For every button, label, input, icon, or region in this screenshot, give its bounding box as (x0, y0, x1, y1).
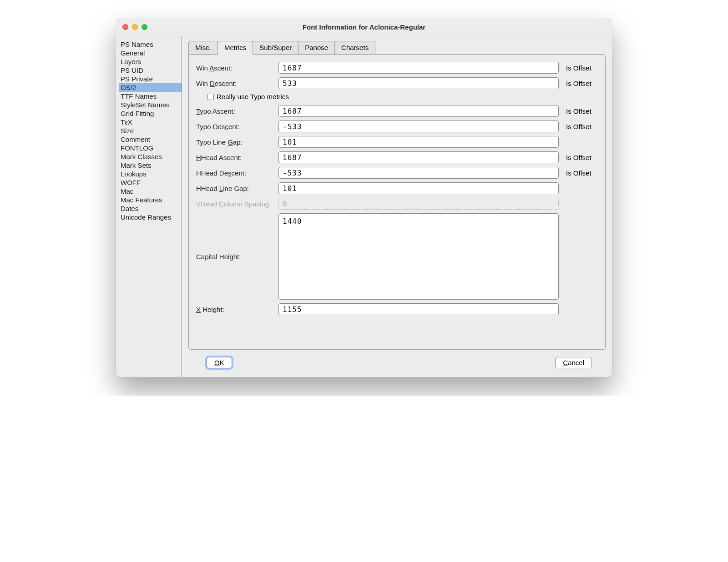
hhead-descent-label: HHead Descent: (196, 169, 276, 177)
x-height-label: X Height: (196, 306, 276, 313)
sidebar-item-general[interactable]: General (119, 49, 182, 57)
sidebar-item-mac-features[interactable]: Mac Features (119, 196, 182, 204)
is-offset-label[interactable]: Is Offset (561, 123, 598, 130)
tab-metrics[interactable]: Metrics (217, 41, 253, 55)
hhead-line-gap-label: HHead Line Gap: (196, 185, 276, 192)
ok-button[interactable]: OK (207, 357, 232, 368)
sidebar-item-ttf-names[interactable]: TTF Names (119, 92, 182, 100)
metrics-panel: Win Ascent: Is Offset Win Descent: Is Of… (188, 54, 606, 350)
sidebar-item-t-x[interactable]: TεX (119, 118, 182, 126)
is-offset-label[interactable]: Is Offset (561, 107, 598, 115)
capital-height-label: Capital Height: (196, 253, 276, 261)
sidebar-item-unicode-ranges[interactable]: Unicode Ranges (119, 213, 182, 221)
typo-descent-label: Typo Descent: (196, 123, 276, 130)
capital-height-input[interactable]: 1440 (278, 213, 559, 300)
win-ascent-label: Win Ascent: (196, 64, 276, 72)
x-height-input[interactable] (278, 303, 559, 315)
sidebar-item-dates[interactable]: Dates (119, 204, 182, 213)
window-body: PS NamesGeneralLayersPS UIDPS PrivateOS/… (116, 36, 612, 377)
sidebar-item-comment[interactable]: Comment (119, 135, 182, 144)
really-use-typo-row[interactable]: Really use Typo metrics (196, 93, 598, 100)
is-offset-label[interactable]: Is Offset (561, 169, 598, 177)
sidebar-item-woff[interactable]: WOFF (119, 178, 182, 187)
tab-misc-[interactable]: Misc. (188, 41, 218, 54)
is-offset-label[interactable]: Is Offset (561, 80, 598, 87)
hhead-ascent-input[interactable] (278, 151, 559, 163)
is-offset-label[interactable]: Is Offset (561, 64, 598, 72)
typo-line-gap-input[interactable] (278, 136, 559, 148)
typo-line-gap-label: Typo Line Gap: (196, 138, 276, 146)
dialog-footer: OK Cancel (188, 350, 606, 377)
tab-sub-super[interactable]: Sub/Super (253, 41, 298, 54)
really-use-typo-checkbox[interactable] (207, 94, 214, 100)
sidebar-item-mark-classes[interactable]: Mark Classes (119, 152, 182, 161)
win-descent-label: Win Descent: (196, 80, 276, 87)
typo-ascent-input[interactable] (278, 105, 559, 117)
sidebar-item-size[interactable]: Size (119, 126, 182, 135)
sidebar-item-mac[interactable]: Mac (119, 187, 182, 196)
is-offset-label[interactable]: Is Offset (561, 154, 598, 161)
sidebar-item-ps-uid[interactable]: PS UID (119, 66, 182, 75)
font-info-window: Font Information for Aclonica-Regular PS… (116, 18, 612, 377)
sidebar-item-ps-names[interactable]: PS Names (119, 40, 182, 49)
sidebar-item-os-2[interactable]: OS/2 (119, 83, 182, 92)
sidebar-item-ps-private[interactable]: PS Private (119, 75, 182, 83)
window-title: Font Information for Aclonica-Regular (116, 23, 612, 31)
hhead-line-gap-input[interactable] (278, 182, 559, 194)
tab-panose[interactable]: Panose (298, 41, 335, 54)
cancel-button[interactable]: Cancel (555, 357, 592, 368)
sidebar: PS NamesGeneralLayersPS UIDPS PrivateOS/… (116, 36, 182, 377)
really-use-typo-label: Really use Typo metrics (217, 93, 289, 100)
typo-ascent-label: Typo Ascent: (196, 107, 276, 115)
sidebar-item-layers[interactable]: Layers (119, 57, 182, 66)
sidebar-item-grid-fitting[interactable]: Grid Fitting (119, 109, 182, 118)
win-descent-input[interactable] (278, 77, 559, 89)
vhead-col-spacing-input (278, 198, 559, 210)
sidebar-item-mark-sets[interactable]: Mark Sets (119, 161, 182, 170)
sidebar-item-styleset-names[interactable]: StyleSet Names (119, 100, 182, 109)
win-ascent-input[interactable] (278, 62, 559, 74)
hhead-ascent-label: HHead Ascent: (196, 154, 276, 161)
typo-descent-input[interactable] (278, 120, 559, 132)
hhead-descent-input[interactable] (278, 167, 559, 179)
sidebar-item-lookups[interactable]: Lookups (119, 170, 182, 178)
titlebar: Font Information for Aclonica-Regular (116, 18, 612, 36)
tab-charsets[interactable]: Charsets (334, 41, 375, 54)
main-panel: Misc.MetricsSub/SuperPanoseCharsets Win … (182, 36, 612, 377)
sidebar-item-fontlog[interactable]: FONTLOG (119, 144, 182, 152)
tab-bar: Misc.MetricsSub/SuperPanoseCharsets (188, 41, 606, 54)
vhead-col-spacing-label: VHead Column Spacing: (196, 200, 276, 208)
